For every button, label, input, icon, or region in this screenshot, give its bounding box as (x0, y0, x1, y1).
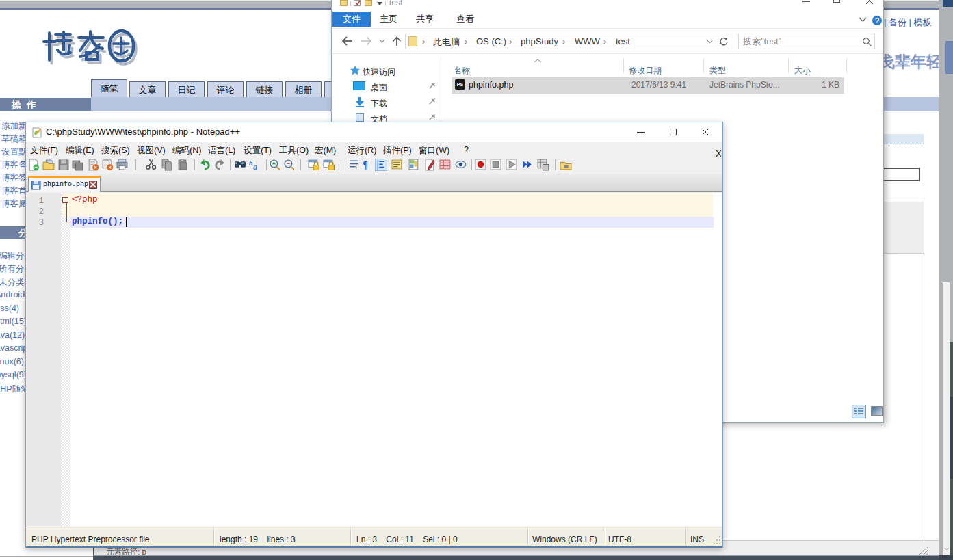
svg-text:a: a (253, 163, 257, 171)
svg-text:b: b (249, 159, 252, 167)
svg-text:¶: ¶ (363, 160, 367, 170)
